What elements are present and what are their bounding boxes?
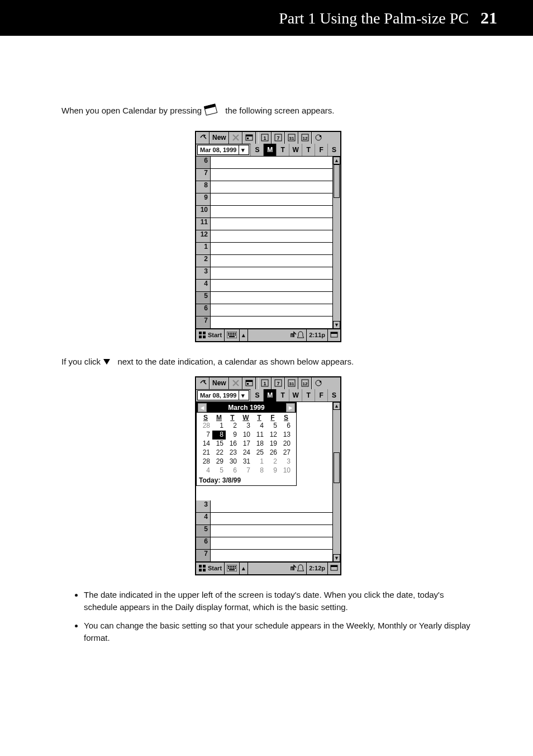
hour-row[interactable]: 6 — [196, 157, 340, 169]
tray-icons[interactable] — [287, 329, 307, 341]
month-day-cell[interactable]: 4 — [253, 422, 266, 431]
month-day-cell[interactable]: 2 — [226, 422, 239, 431]
hour-row[interactable]: 7 — [196, 550, 340, 562]
dow-tab[interactable]: S — [250, 389, 263, 401]
month-day-cell[interactable]: 8 — [212, 431, 226, 440]
hour-row[interactable]: 1 — [196, 243, 340, 255]
new-button[interactable]: New — [210, 377, 229, 389]
hour-row[interactable]: 5 — [196, 292, 340, 304]
keyboard-icon[interactable] — [225, 329, 240, 341]
month-day-cell[interactable]: 15 — [212, 440, 226, 448]
day-view-button[interactable]: 1 — [258, 377, 272, 389]
scroll-down-icon[interactable]: ▼ — [333, 321, 340, 329]
month-day-cell[interactable]: 30 — [226, 457, 239, 466]
scrollbar[interactable]: ▲ ▼ — [332, 157, 340, 329]
hour-row[interactable]: 5 — [196, 525, 340, 537]
keyboard-icon[interactable] — [225, 563, 240, 574]
tray-icons[interactable] — [287, 563, 307, 574]
scroll-up-icon[interactable]: ▲ — [333, 157, 340, 164]
month-day-cell[interactable]: 13 — [279, 431, 293, 440]
prev-month-button[interactable]: ◂ — [198, 403, 207, 412]
month-day-cell[interactable]: 4 — [199, 466, 212, 475]
month-day-cell[interactable]: 31 — [239, 457, 253, 466]
dropdown-arrow-icon[interactable]: ▾ — [239, 391, 246, 400]
year-view-button[interactable]: 12 — [298, 377, 312, 389]
month-day-cell[interactable]: 10 — [239, 431, 253, 440]
close-icon[interactable] — [312, 132, 325, 144]
month-day-cell[interactable]: 28 — [199, 457, 212, 466]
date-picker[interactable]: Mar 08, 1999 ▾ — [197, 390, 249, 400]
desktop-icon[interactable] — [328, 329, 340, 341]
month-day-cell[interactable]: 11 — [253, 431, 266, 440]
input-up-icon[interactable]: ▴ — [240, 329, 248, 341]
back-icon[interactable] — [196, 132, 210, 144]
hour-row[interactable]: 11 — [196, 218, 340, 230]
scroll-up-icon[interactable]: ▲ — [333, 402, 340, 410]
month-day-cell[interactable]: 10 — [279, 466, 293, 475]
dow-tab[interactable]: M — [263, 144, 276, 156]
hour-row[interactable]: 3 — [196, 500, 340, 513]
dow-tab[interactable]: F — [315, 389, 327, 401]
hour-row[interactable]: 4 — [196, 513, 340, 525]
month-day-cell[interactable]: 8 — [253, 466, 266, 475]
hour-row[interactable]: 6 — [196, 304, 340, 316]
month-day-cell[interactable]: 1 — [212, 422, 226, 431]
month-day-cell[interactable]: 3 — [239, 422, 253, 431]
month-day-cell[interactable]: 25 — [253, 448, 266, 457]
dow-tab[interactable]: S — [250, 144, 263, 156]
dow-tab[interactable]: M — [263, 389, 276, 401]
clock-text[interactable]: 2:11p — [307, 329, 328, 341]
dow-tab[interactable]: W — [289, 389, 302, 401]
month-day-cell[interactable]: 6 — [226, 466, 239, 475]
dow-tab[interactable]: T — [302, 144, 315, 156]
month-day-cell[interactable]: 23 — [226, 448, 239, 457]
month-day-cell[interactable]: 7 — [199, 431, 212, 440]
close-icon[interactable] — [312, 377, 325, 389]
scroll-down-icon[interactable]: ▼ — [333, 554, 340, 562]
month-grid[interactable]: SMTWTFS281234567891011121314151617181920… — [197, 413, 296, 475]
month-day-cell[interactable]: 14 — [199, 440, 212, 448]
dow-tab[interactable]: W — [289, 144, 302, 156]
month-day-cell[interactable]: 12 — [266, 431, 279, 440]
scrollbar[interactable]: ▲ ▼ — [332, 402, 340, 562]
month-day-cell[interactable]: 5 — [266, 422, 279, 431]
dow-tab[interactable]: F — [315, 144, 327, 156]
scroll-thumb[interactable] — [334, 164, 340, 198]
next-month-button[interactable]: ▸ — [286, 403, 295, 412]
hour-row[interactable]: 12 — [196, 230, 340, 243]
delete-button[interactable] — [229, 377, 242, 389]
date-picker[interactable]: Mar 08, 1999 ▾ — [197, 145, 249, 155]
clock-text[interactable]: 2:12p — [307, 563, 328, 574]
month-day-cell[interactable]: 6 — [279, 422, 293, 431]
month-day-cell[interactable]: 27 — [279, 448, 293, 457]
dow-tab[interactable]: T — [276, 144, 289, 156]
month-day-cell[interactable]: 28 — [199, 422, 212, 431]
month-day-cell[interactable]: 17 — [239, 440, 253, 448]
month-day-cell[interactable]: 19 — [266, 440, 279, 448]
hour-row[interactable]: 6 — [196, 537, 340, 550]
month-day-cell[interactable]: 29 — [212, 457, 226, 466]
month-day-cell[interactable]: 9 — [226, 431, 239, 440]
month-day-cell[interactable]: 22 — [212, 448, 226, 457]
month-day-cell[interactable]: 9 — [266, 466, 279, 475]
hour-row[interactable]: 9 — [196, 193, 340, 206]
dow-tab[interactable]: S — [327, 144, 340, 156]
today-link[interactable]: Today: 3/8/99 — [197, 475, 296, 485]
input-up-icon[interactable]: ▴ — [240, 563, 248, 574]
month-day-cell[interactable]: 5 — [212, 466, 226, 475]
month-day-cell[interactable]: 1 — [253, 457, 266, 466]
day-view-button[interactable]: 1 — [258, 132, 272, 144]
dow-tab[interactable]: T — [276, 389, 289, 401]
month-day-cell[interactable]: 20 — [279, 440, 293, 448]
month-view-button[interactable]: 31 — [285, 377, 298, 389]
dow-tab[interactable]: T — [302, 389, 315, 401]
back-icon[interactable] — [196, 377, 210, 389]
hour-row[interactable]: 8 — [196, 181, 340, 193]
month-day-cell[interactable]: 7 — [239, 466, 253, 475]
goto-today-button[interactable] — [242, 132, 256, 144]
week-view-button[interactable]: 7 — [272, 132, 285, 144]
month-day-cell[interactable]: 24 — [239, 448, 253, 457]
hour-row[interactable]: 3 — [196, 267, 340, 280]
week-view-button[interactable]: 7 — [272, 377, 285, 389]
hour-row[interactable]: 4 — [196, 280, 340, 292]
